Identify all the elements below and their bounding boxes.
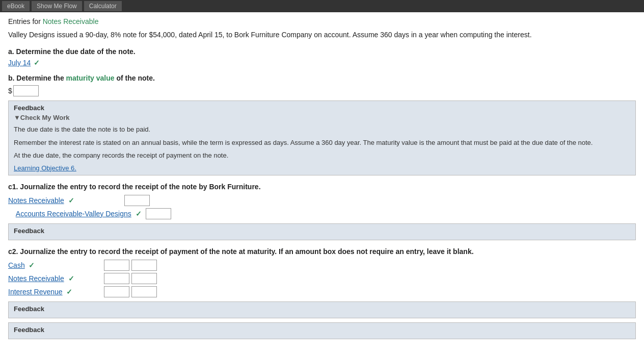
c1-feedback-title: Feedback	[14, 227, 630, 235]
maturity-value-input[interactable]	[13, 85, 39, 96]
maturity-input-row: $	[8, 85, 636, 96]
main-content: Entries for Notes Receivable Valley Desi…	[0, 12, 644, 348]
c2-row2-inputs	[104, 273, 157, 284]
entries-link[interactable]: Notes Receivable	[43, 17, 99, 26]
part-c2-section: c2. Journalize the entry to record the r…	[8, 247, 636, 318]
c2-cash-link[interactable]: Cash	[8, 261, 25, 269]
c2-row3-debit[interactable]	[104, 286, 129, 297]
part-b-letter: b.	[8, 74, 14, 82]
feedback-box: Feedback ▼Check My Work The due date is …	[8, 100, 636, 175]
c1-journal-table: Notes Receivable ✓ Accounts Receivable-V…	[8, 195, 636, 219]
c2-row1-credit[interactable]	[131, 260, 157, 271]
c2-row1-debit[interactable]	[104, 260, 129, 271]
feedback-line3: At the due date, the company records the…	[14, 150, 630, 161]
part-a-label: a. Determine the due date of the note.	[8, 47, 636, 56]
c1-journal-row-2: Accounts Receivable-Valley Designs ✓	[8, 208, 636, 219]
c2-journal-row-1: Cash ✓	[8, 260, 636, 271]
feedback-line1: The due date is the date the note is to …	[14, 124, 630, 135]
part-c1-letter: c1.	[8, 183, 18, 191]
due-date-checkmark: ✓	[34, 59, 40, 67]
showmeflow-button[interactable]: Show Me Flow	[32, 1, 82, 11]
c1-accounts-receivable-link[interactable]: Accounts Receivable-Valley Designs	[16, 210, 131, 218]
check-my-work[interactable]: ▼Check My Work	[14, 114, 630, 121]
part-c2-letter: c2.	[8, 247, 18, 256]
part-a-answer-row: July 14 ✓	[8, 59, 636, 67]
c1-row2-check: ✓	[136, 210, 142, 218]
c1-journal-row-1: Notes Receivable ✓	[8, 195, 636, 206]
c1-row2-credit[interactable]	[146, 208, 171, 219]
last-feedback-title: Feedback	[14, 326, 630, 334]
c1-feedback-box: Feedback	[8, 223, 636, 240]
part-c1-section: c1. Journalize the entry to record the r…	[8, 183, 636, 240]
c2-feedback-box: Feedback	[8, 301, 636, 318]
c2-row3-credit[interactable]	[131, 286, 157, 297]
part-c2-text: Journalize the entry to record the recei…	[20, 247, 473, 256]
c1-row1-debit[interactable]	[124, 195, 150, 206]
last-feedback-box: Feedback	[8, 322, 636, 339]
part-b-label: b. Determine the maturity value of the n…	[8, 74, 636, 82]
c2-row3-inputs	[104, 286, 157, 297]
top-bar: eBook Show Me Flow Calculator	[0, 0, 644, 12]
c2-interest-revenue-link[interactable]: Interest Revenue	[8, 288, 63, 296]
c1-row2-inputs	[146, 208, 171, 219]
entries-title: Entries for Notes Receivable	[8, 17, 636, 26]
c2-journal-row-3: Interest Revenue ✓	[8, 286, 636, 297]
c2-feedback-title: Feedback	[14, 305, 630, 313]
dollar-sign: $	[8, 87, 12, 95]
feedback-line2: Remember the interest rate is stated on …	[14, 138, 630, 148]
part-c1-text: Journalize the entry to record the recei…	[20, 183, 260, 191]
c2-row3-check: ✓	[66, 288, 72, 296]
c1-row1-check: ✓	[68, 196, 74, 205]
entries-prefix: Entries for	[8, 17, 43, 26]
c2-account-cash: Cash ✓	[8, 261, 100, 269]
c1-notes-receivable-link[interactable]: Notes Receivable	[8, 196, 64, 205]
ebook-button[interactable]: eBook	[2, 1, 30, 11]
part-b-suffix: of the note.	[115, 74, 155, 82]
part-b-prefix: Determine the	[16, 74, 66, 82]
part-c2-label-row: c2. Journalize the entry to record the r…	[8, 247, 636, 256]
c2-notes-receivable-link[interactable]: Notes Receivable	[8, 274, 64, 283]
part-a-text: Determine the due date of the note.	[16, 47, 136, 56]
c2-journal-row-2: Notes Receivable ✓	[8, 273, 636, 284]
maturity-value-link[interactable]: maturity value	[66, 74, 115, 82]
c2-account-notes: Notes Receivable ✓	[8, 274, 100, 283]
c2-journal-table: Cash ✓ Notes Receivable ✓	[8, 260, 636, 297]
due-date-answer: July 14	[8, 59, 31, 67]
c1-row1-inputs	[124, 195, 150, 206]
c2-row2-debit[interactable]	[104, 273, 129, 284]
c2-row1-inputs	[104, 260, 157, 271]
feedback-title: Feedback	[14, 104, 630, 112]
calculator-button[interactable]: Calculator	[84, 1, 122, 11]
part-a-letter: a.	[8, 47, 14, 56]
c2-row2-credit[interactable]	[131, 273, 157, 284]
part-c1-label-row: c1. Journalize the entry to record the r…	[8, 183, 636, 191]
c2-row1-check: ✓	[29, 261, 35, 269]
learning-objective-link[interactable]: Learning Objective 6.	[14, 164, 76, 172]
c1-account-2: Accounts Receivable-Valley Designs ✓	[8, 210, 142, 218]
problem-text: Valley Designs issued a 90-day, 8% note …	[8, 30, 636, 40]
c2-row2-check: ✓	[68, 274, 74, 283]
c2-account-interest: Interest Revenue ✓	[8, 288, 100, 296]
c1-account-1: Notes Receivable ✓	[8, 196, 120, 205]
